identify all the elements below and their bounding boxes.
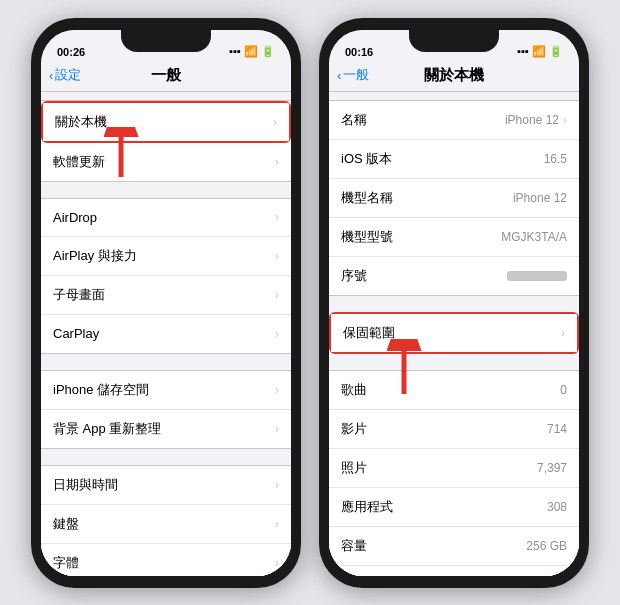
chevron-icon-carplay: ›: [275, 327, 279, 341]
capacity-value: 256 GB: [526, 539, 567, 553]
list-item-warranty[interactable]: 保固範圍 ›: [331, 314, 577, 352]
ios-value: 16.5: [544, 152, 567, 166]
list-item-carplay[interactable]: CarPlay ›: [41, 315, 291, 353]
photos-label: 照片: [341, 459, 367, 477]
chevron-icon-software: ›: [275, 155, 279, 169]
info-group-top: 名稱 iPhone 12 › iOS 版本 16.5 機型名稱 iPhone 1…: [329, 100, 579, 296]
list-item-songs: 歌曲 0: [329, 371, 579, 410]
airplay-label: AirPlay 與接力: [53, 247, 137, 265]
list-item-about[interactable]: 關於本機 ›: [43, 103, 289, 141]
section-bottom-right: 歌曲 0 影片 714 照片 7,397 應用程式 308: [329, 370, 579, 576]
list-item-storage[interactable]: iPhone 儲存空間 ›: [41, 371, 291, 410]
wifi-icon: 📶: [244, 45, 258, 58]
info-group-bottom: 歌曲 0 影片 714 照片 7,397 應用程式 308: [329, 370, 579, 576]
list-item-name[interactable]: 名稱 iPhone 12 ›: [329, 101, 579, 140]
list-item-photos: 照片 7,397: [329, 449, 579, 488]
nav-title-left: 一般: [151, 66, 181, 85]
nav-bar-right: ‹ 一般 關於本機: [329, 62, 579, 92]
chevron-icon-storage: ›: [275, 383, 279, 397]
model-num-value: MGJK3TA/A: [501, 230, 567, 244]
capacity-label: 容量: [341, 537, 367, 555]
airdrop-group: AirDrop › AirPlay 與接力 › 子母畫面 › CarPlay ›: [41, 198, 291, 354]
signal-icon: ▪▪▪: [229, 45, 241, 57]
serial-value-blurred: [507, 271, 567, 281]
status-icons-left: ▪▪▪ 📶 🔋: [229, 45, 275, 58]
list-item-apps: 應用程式 308: [329, 488, 579, 527]
videos-label: 影片: [341, 420, 367, 438]
left-phone: 00:26 ▪▪▪ 📶 🔋 ‹ 設定 一般: [31, 18, 301, 588]
list-item-avail: 可用空間 51.49 GB: [329, 566, 579, 576]
wifi-icon-r: 📶: [532, 45, 546, 58]
model-name-label: 機型名稱: [341, 189, 393, 207]
notch-left: [121, 30, 211, 52]
chevron-icon-bg-refresh: ›: [275, 422, 279, 436]
name-label: 名稱: [341, 111, 367, 129]
phone-screen-left: 00:26 ▪▪▪ 📶 🔋 ‹ 設定 一般: [41, 30, 291, 576]
section-2-left: AirDrop › AirPlay 與接力 › 子母畫面 › CarPlay ›: [41, 198, 291, 354]
name-value-group: iPhone 12 ›: [505, 113, 567, 127]
about-group: 關於本機 › 軟體更新 ›: [41, 100, 291, 182]
chevron-icon-airplay: ›: [275, 249, 279, 263]
chevron-icon-fonts: ›: [275, 556, 279, 570]
serial-label: 序號: [341, 267, 367, 285]
nav-back-left[interactable]: ‹ 設定: [49, 66, 81, 84]
datetime-label: 日期與時間: [53, 476, 118, 494]
list-item-datetime[interactable]: 日期與時間 ›: [41, 466, 291, 505]
battery-icon: 🔋: [261, 45, 275, 58]
songs-label: 歌曲: [341, 381, 367, 399]
carplay-label: CarPlay: [53, 326, 99, 341]
chevron-icon-keyboard: ›: [275, 517, 279, 531]
nav-back-right[interactable]: ‹ 一般: [337, 66, 369, 84]
nav-bar-left: ‹ 設定 一般: [41, 62, 291, 92]
list-item-pip[interactable]: 子母畫面 ›: [41, 276, 291, 315]
right-phone: 00:16 ▪▪▪ 📶 🔋 ‹ 一般 關於本機 名稱: [319, 18, 589, 588]
list-item-videos: 影片 714: [329, 410, 579, 449]
chevron-warranty: ›: [561, 326, 565, 340]
time-right: 00:16: [345, 46, 373, 58]
time-left: 00:26: [57, 46, 85, 58]
signal-icon-r: ▪▪▪: [517, 45, 529, 57]
list-item-serial: 序號: [329, 257, 579, 295]
chevron-icon-datetime: ›: [275, 478, 279, 492]
storage-label: iPhone 儲存空間: [53, 381, 149, 399]
ios-label: iOS 版本: [341, 150, 392, 168]
songs-value: 0: [560, 383, 567, 397]
section-3-left: iPhone 儲存空間 › 背景 App 重新整理 ›: [41, 370, 291, 449]
keyboard-label: 鍵盤: [53, 515, 79, 533]
section-1-left: 關於本機 › 軟體更新 ›: [41, 100, 291, 182]
section-top-right: 名稱 iPhone 12 › iOS 版本 16.5 機型名稱 iPhone 1…: [329, 100, 579, 296]
phone-screen-right: 00:16 ▪▪▪ 📶 🔋 ‹ 一般 關於本機 名稱: [329, 30, 579, 576]
red-arrow-left: [101, 127, 141, 182]
chevron-icon-pip: ›: [275, 288, 279, 302]
about-label: 關於本機: [55, 113, 107, 131]
section-warranty-right: 保固範圍 ›: [329, 312, 579, 354]
list-item-airplay[interactable]: AirPlay 與接力 ›: [41, 237, 291, 276]
list-item-ios: iOS 版本 16.5: [329, 140, 579, 179]
list-item-bg-refresh[interactable]: 背景 App 重新整理 ›: [41, 410, 291, 448]
list-item-airdrop[interactable]: AirDrop ›: [41, 199, 291, 237]
list-item-keyboard[interactable]: 鍵盤 ›: [41, 505, 291, 544]
nav-back-label-right: 一般: [343, 66, 369, 84]
airdrop-label: AirDrop: [53, 210, 97, 225]
pip-label: 子母畫面: [53, 286, 105, 304]
nav-title-right: 關於本機: [424, 66, 484, 85]
list-item-fonts[interactable]: 字體 ›: [41, 544, 291, 576]
chevron-name: ›: [563, 113, 567, 127]
settings-content-right: 名稱 iPhone 12 › iOS 版本 16.5 機型名稱 iPhone 1…: [329, 92, 579, 576]
chevron-left-icon-r: ‹: [337, 68, 341, 83]
chevron-left-icon: ‹: [49, 68, 53, 83]
model-name-value: iPhone 12: [513, 191, 567, 205]
list-item-software[interactable]: 軟體更新 ›: [41, 143, 291, 181]
red-arrow-right: [384, 339, 424, 399]
nav-back-label-left: 設定: [55, 66, 81, 84]
status-icons-right: ▪▪▪ 📶 🔋: [517, 45, 563, 58]
photos-value: 7,397: [537, 461, 567, 475]
list-item-model-num[interactable]: 機型型號 MGJK3TA/A: [329, 218, 579, 257]
model-num-label: 機型型號: [341, 228, 393, 246]
apps-value: 308: [547, 500, 567, 514]
list-item-capacity: 容量 256 GB: [329, 527, 579, 566]
name-value: iPhone 12: [505, 113, 559, 127]
apps-label: 應用程式: [341, 498, 393, 516]
chevron-icon-about: ›: [273, 115, 277, 129]
chevron-icon-airdrop: ›: [275, 210, 279, 224]
